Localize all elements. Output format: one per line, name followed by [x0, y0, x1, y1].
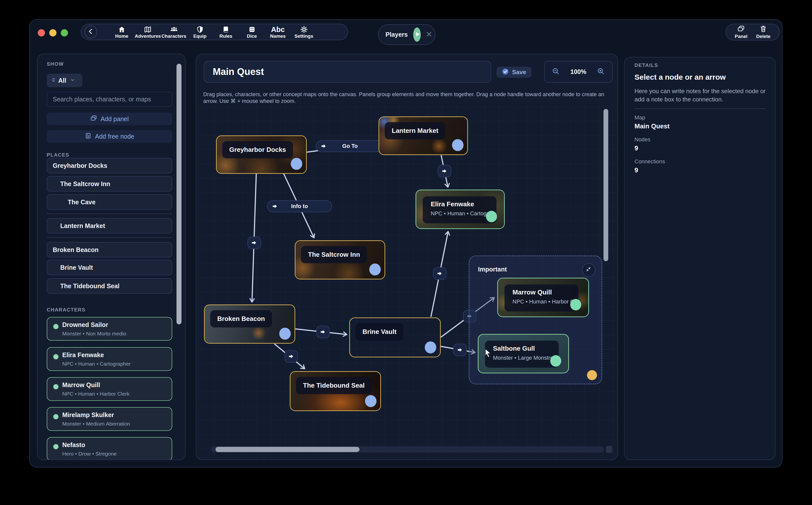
list-divider — [47, 213, 172, 214]
nav-adventures[interactable]: Adventures — [135, 24, 161, 40]
close-icon — [425, 30, 433, 39]
scrollbar-corner — [606, 446, 612, 453]
abc-text-icon: Abc — [271, 25, 285, 33]
character-item-nefasto[interactable]: Nefasto Hero • Drow • Stregone — [47, 437, 172, 460]
place-item-brine-vault[interactable]: Brine Vault — [47, 260, 172, 275]
character-item-marrow-quill[interactable]: Marrow Quill NPC • Human • Harbor Clerk — [47, 377, 172, 401]
node-elira-fenwake[interactable]: Elira Fenwake NPC • Human • Cartogra… — [416, 190, 505, 229]
show-filter-dropdown[interactable]: All — [47, 74, 82, 87]
node-handle[interactable] — [425, 341, 436, 353]
details-header: DETAILS — [634, 62, 658, 68]
nav-home[interactable]: Home — [109, 24, 135, 40]
node-label: Broken Beacon — [210, 310, 272, 327]
places-section-label: PLACES — [47, 152, 69, 158]
arrow-right-icon — [272, 203, 278, 209]
minimize-window-button[interactable] — [49, 29, 56, 36]
node-handle[interactable] — [279, 328, 291, 340]
node-handle[interactable] — [369, 264, 381, 276]
panel-button[interactable]: Panel — [735, 25, 747, 39]
place-item-lantern-market[interactable]: Lantern Market — [47, 218, 172, 233]
nav-names[interactable]: Abc Names — [265, 24, 291, 40]
node-handle[interactable] — [570, 299, 581, 310]
node-label: Brine Vault — [355, 323, 403, 340]
edge-label-info-to[interactable]: Info to — [267, 200, 332, 212]
node-broken-beacon[interactable]: Broken Beacon — [204, 305, 295, 344]
node-label: Saltbone Gull Monster • Large Monstro… — [485, 341, 559, 368]
play-button[interactable] — [413, 27, 421, 42]
connections-field-label: Connections — [634, 158, 665, 165]
place-item-saltcrow-inn[interactable]: The Saltcrow Inn — [47, 176, 172, 192]
edge-arrow-marker[interactable] — [433, 267, 447, 280]
node-handle[interactable] — [365, 395, 376, 407]
details-divider — [634, 109, 766, 109]
delete-button[interactable]: Delete — [756, 25, 771, 39]
place-item-tidebound-seal[interactable]: The Tidebound Seal — [47, 278, 172, 294]
add-free-node-button[interactable]: Add free node — [47, 130, 172, 143]
main-toolbar: Home Adventures Characters Equip Rules D… — [81, 24, 348, 40]
status-dot — [53, 444, 59, 449]
characters-section-label: CHARACTERS — [47, 307, 86, 313]
node-label: Elira Fenwake NPC • Human • Cartogra… — [423, 196, 496, 223]
place-item-broken-beacon[interactable]: Broken Beacon — [47, 242, 172, 258]
details-description: Here you can write notes for the selecte… — [634, 87, 767, 104]
chevron-down-icon — [70, 77, 75, 84]
maximize-window-button[interactable] — [61, 29, 68, 36]
node-brine-vault[interactable]: Brine Vault — [349, 317, 441, 357]
node-handle[interactable] — [452, 139, 464, 151]
status-dot — [53, 324, 59, 329]
back-button[interactable] — [84, 25, 97, 38]
character-item-mirelamp-skulker[interactable]: Mirelamp Skulker Monster • Medium Aberra… — [47, 407, 172, 431]
shield-icon — [196, 25, 204, 33]
status-dot — [53, 354, 59, 359]
node-marrow-quill[interactable]: Marrow Quill NPC • Human • Harbor Cl… — [497, 278, 589, 317]
edge-arrow-marker[interactable] — [247, 236, 261, 249]
nav-characters[interactable]: Characters — [161, 24, 187, 40]
home-icon — [118, 25, 125, 33]
book-icon — [222, 25, 230, 33]
node-handle[interactable] — [550, 355, 561, 367]
node-label: The Tidebound Seal — [296, 377, 372, 394]
edge-arrow-marker[interactable] — [284, 350, 298, 363]
nodes-field-value: 9 — [634, 144, 638, 152]
node-label: Marrow Quill NPC • Human • Harbor Cl… — [504, 285, 578, 311]
nav-dice[interactable]: Dice — [239, 24, 265, 40]
scrollbar-thumb[interactable] — [216, 447, 359, 452]
group-panel-important[interactable]: Important Marrow Quill NPC • Human • Har… — [469, 256, 602, 384]
left-sidebar: SHOW All Add panel Add free node PLACES … — [37, 54, 186, 460]
node-lantern-market[interactable]: Lantern Market — [378, 116, 468, 155]
show-section-label: SHOW — [47, 61, 64, 67]
search-input[interactable] — [47, 92, 172, 107]
node-saltcrow-inn[interactable]: The Saltcrow Inn — [295, 240, 385, 280]
collapse-panel-button[interactable] — [582, 263, 595, 277]
panel-icon — [737, 25, 745, 33]
nav-settings[interactable]: Settings — [291, 24, 317, 40]
note-icon — [85, 132, 92, 141]
close-players-button[interactable] — [425, 30, 433, 39]
edge-arrow-marker[interactable] — [438, 165, 451, 177]
node-tidebound-seal[interactable]: The Tidebound Seal — [290, 371, 381, 411]
list-divider — [47, 237, 172, 238]
edge-label-go-to[interactable]: Go To — [316, 140, 384, 152]
node-handle[interactable] — [291, 158, 302, 170]
edge-arrow-marker[interactable] — [316, 326, 330, 338]
canvas-horizontal-scrollbar[interactable] — [211, 446, 604, 453]
trash-icon — [760, 25, 767, 33]
nav-equip[interactable]: Equip — [187, 24, 213, 40]
node-label: Greyharbor Docks — [222, 141, 293, 158]
node-handle[interactable] — [486, 211, 497, 222]
nav-rules[interactable]: Rules — [213, 24, 239, 40]
character-item-elira-fenwake[interactable]: Elira Fenwake NPC • Human • Cartographer — [47, 347, 172, 371]
connections-field-value: 9 — [634, 166, 638, 174]
dice-icon — [248, 25, 256, 33]
edge-arrow-marker[interactable] — [453, 344, 467, 356]
character-item-drowned-sailor[interactable]: Drowned Sailor Monster • Non Morto medio — [47, 317, 172, 341]
place-item-the-cave[interactable]: The Cave — [47, 194, 172, 210]
add-panel-button[interactable]: Add panel — [47, 113, 172, 125]
panel-resize-handle[interactable] — [587, 370, 597, 380]
add-panel-icon — [90, 115, 97, 123]
sidebar-scrollbar[interactable] — [177, 64, 182, 324]
place-item-greyharbor-docks[interactable]: Greyharbor Docks — [47, 158, 172, 173]
close-window-button[interactable] — [38, 29, 45, 36]
canvas-vertical-scrollbar[interactable] — [603, 109, 608, 261]
node-greyharbor-docks[interactable]: Greyharbor Docks — [216, 135, 307, 174]
